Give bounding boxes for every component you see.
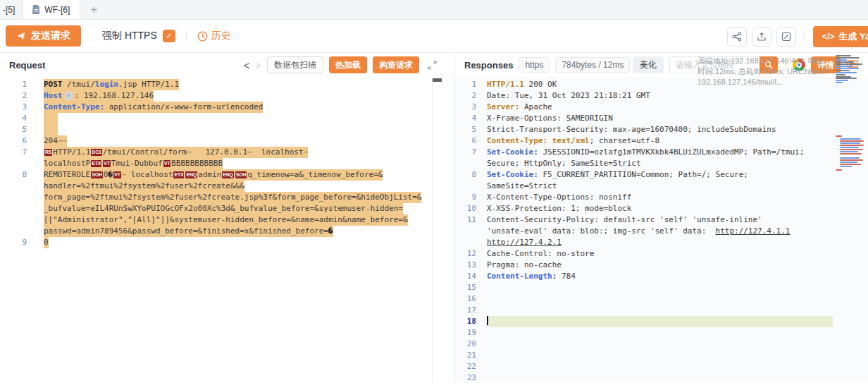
code-line: 15 xyxy=(455,282,868,293)
code-line: 5 xyxy=(0,124,446,135)
minimap[interactable] xyxy=(834,53,867,383)
request-header-actions: < > 数据包扫描 热加载 构造请求 xyxy=(243,56,437,73)
packet-scan-button[interactable]: 数据包扫描 xyxy=(267,56,323,73)
code-line: 7Set-Cookie: JSESSIONID=ozlafg1mTMVKXkbk… xyxy=(455,147,868,158)
main-split: Request < > 数据包扫描 热加载 构造请求 1POST /tmui/l… xyxy=(0,53,868,383)
code-line: 6204→→ xyxy=(0,135,446,147)
generate-yaml-label: 生成 Yaml 模板 xyxy=(838,30,868,43)
check-icon: ✓ xyxy=(166,31,173,41)
code-line: 16 xyxy=(455,293,868,305)
tab-active-label: WF-[6] xyxy=(44,5,70,15)
code-line: 1POST /tmui/login.jsp HTTP/1.1 xyxy=(0,79,446,90)
history-prev-icon[interactable]: < xyxy=(243,59,249,71)
add-tab-button[interactable]: + xyxy=(80,0,107,19)
share-icon xyxy=(732,32,742,42)
share-button[interactable] xyxy=(727,27,747,47)
history-button[interactable]: 历史 xyxy=(197,30,231,42)
export-button[interactable] xyxy=(752,27,771,47)
paper-plane-icon xyxy=(16,31,26,41)
code-line: 19 xyxy=(455,327,868,339)
code-line: 14Content-Length: 784 xyxy=(455,271,868,282)
code-line: 20 xyxy=(455,339,868,350)
export-icon xyxy=(757,32,767,42)
request-panel: Request < > 数据包扫描 热加载 构造请求 1POST /tmui/l… xyxy=(0,53,446,383)
response-panel-title: Responses xyxy=(464,60,513,71)
code-line: 8Set-Cookie: F5_CURRENT_PARTITION=Common… xyxy=(455,169,868,181)
request-panel-header: Request < > 数据包扫描 热加载 构造请求 xyxy=(0,53,446,77)
document-icon xyxy=(32,5,40,14)
code-line: handler=%2ftmui%2fsystem%2fuser%2fcreate… xyxy=(0,181,446,192)
code-line: 5Strict-Transport-Security: max-age=1607… xyxy=(455,124,868,135)
code-line: 13Pragma: no-cache xyxy=(455,260,868,271)
code-line: form_page=%2ftmui%2fsystem%2fuser%2fcrea… xyxy=(0,192,446,203)
divider xyxy=(186,31,187,42)
edit-icon xyxy=(781,32,791,42)
code-line: localhostPETXVTTmui-DubbufVTBBBBBBBBBBB xyxy=(0,158,446,169)
text-cursor xyxy=(487,316,488,325)
tab-prev[interactable]: -[5] xyxy=(0,0,23,19)
history-next-icon[interactable]: > xyxy=(255,59,261,71)
send-request-label: 发送请求 xyxy=(31,30,70,42)
plus-icon: + xyxy=(90,3,97,17)
fullscreen-icon[interactable] xyxy=(428,61,437,70)
hot-reload-button[interactable]: 热加载 xyxy=(329,56,367,73)
clock-icon xyxy=(197,31,208,42)
protocol-tag: https xyxy=(519,57,550,73)
scrollbar-thumb[interactable] xyxy=(433,78,442,82)
code-line: 10X-XSS-Protection: 1; mode=block xyxy=(455,203,868,214)
code-icon: </> xyxy=(822,32,834,42)
code-line: SameSite=Strict xyxy=(455,181,868,192)
code-line: 12Cache-Control: no-store xyxy=(455,248,868,260)
size-time-tag: 784bytes / 12ms xyxy=(555,57,630,73)
code-line: 3Content-Type: application/x-www-form-ur… xyxy=(0,102,446,113)
request-editor[interactable]: 1POST /tmui/login.jsp HTTP/1.12Host?: 19… xyxy=(0,77,446,383)
code-line: _bufvalue=eIL4RUnSwXYoPUIOGcOFx2o00Xc%3d… xyxy=(0,203,446,214)
force-https-label: 强制 HTTPS xyxy=(102,30,157,42)
code-line: 4 xyxy=(0,113,446,124)
code-line: 22 xyxy=(455,361,868,372)
panel-splitter[interactable] xyxy=(446,53,454,383)
tab-active[interactable]: WF-[6] xyxy=(23,0,80,19)
code-line: 9X-Content-Type-Options: nosniff xyxy=(455,192,868,203)
code-line: 'unsafe-eval' data: blob:; img-src 'self… xyxy=(455,226,868,237)
response-annotation: 远端地址:192.168.127.146:443; 响应时间:12ms; 总耗时… xyxy=(698,56,830,87)
code-line: 2Date: Tue, 31 Oct 2023 21:18:21 GMT xyxy=(455,90,868,102)
code-line: 11Content-Security-Policy: default-src '… xyxy=(455,214,868,226)
code-line: 6Content-Type: text/xml; charset=utf-8 xyxy=(455,135,868,147)
code-line: 21 xyxy=(455,350,868,361)
scrollbar-track xyxy=(432,77,433,383)
tab-prev-label: -[5] xyxy=(3,5,15,15)
force-https-checkbox[interactable]: ✓ xyxy=(163,30,175,42)
beautify-button[interactable]: 美化 xyxy=(633,56,664,73)
code-line: 18 xyxy=(455,316,868,327)
toolbar-right-group: </> 生成 Yaml 模板 xyxy=(727,26,868,47)
code-line: Secure; HttpOnly; SameSite=Strict xyxy=(455,158,868,169)
request-panel-title: Request xyxy=(9,60,45,71)
code-line: http://127.4.2.1 xyxy=(455,237,868,248)
edit-button[interactable] xyxy=(776,27,796,47)
code-line: 2Host?: 192.168.127.146 xyxy=(0,90,446,102)
code-line: 3Server: Apache xyxy=(455,102,868,113)
toolbar: 发送请求 强制 HTTPS ✓ 历史 </> 生成 Yaml xyxy=(0,20,868,53)
code-line: 7RSHTTP/1.1DC1/tmui/Control/form→ 127.0.… xyxy=(0,147,446,158)
response-editor[interactable]: 1HTTP/1.1 200 OK2Date: Tue, 31 Oct 2023 … xyxy=(455,77,868,383)
code-line: 4X-Frame-Options: SAMEORIGIN xyxy=(455,113,868,124)
code-line: 17 xyxy=(455,305,868,316)
response-panel: Responses https 784bytes / 12ms 美化 详情 xyxy=(454,53,868,383)
code-line: 23 xyxy=(455,372,868,383)
generate-yaml-button[interactable]: </> 生成 Yaml 模板 xyxy=(813,26,868,47)
divider xyxy=(804,32,805,42)
history-label: 历史 xyxy=(211,30,231,42)
send-request-button[interactable]: 发送请求 xyxy=(6,25,81,47)
code-line: [["Administrator","[All]"]]&systemuser-h… xyxy=(0,214,446,226)
construct-request-button[interactable]: 构造请求 xyxy=(373,56,419,73)
tab-bar: -[5] WF-[6] + xyxy=(0,0,868,20)
code-line: 8REMOTEROLESOH0�VT→ localhostETXENQadmin… xyxy=(0,169,446,181)
code-line: passwd=admin789456&passwd_before=&finish… xyxy=(0,226,446,237)
code-line: 90 xyxy=(0,237,446,248)
